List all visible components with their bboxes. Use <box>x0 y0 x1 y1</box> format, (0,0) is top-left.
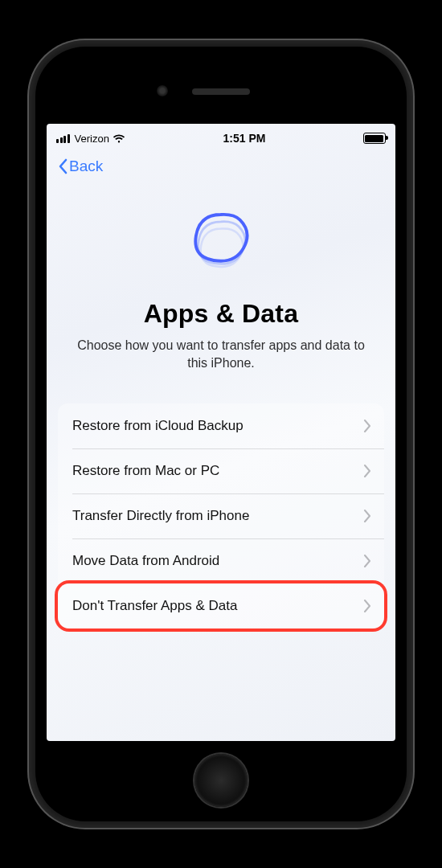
status-left: Verizon <box>56 133 125 145</box>
screen: Verizon 1:51 PM Back <box>47 124 395 741</box>
option-restore-mac-pc[interactable]: Restore from Mac or PC <box>58 448 384 493</box>
status-time: 1:51 PM <box>223 132 265 145</box>
phone-frame: Verizon 1:51 PM Back <box>29 40 413 828</box>
page-title: Apps & Data <box>144 299 298 329</box>
cellular-signal-icon <box>56 134 70 143</box>
page-subtitle: Choose how you want to transfer apps and… <box>71 337 371 371</box>
hero-section: Apps & Data Choose how you want to trans… <box>47 183 395 371</box>
front-camera <box>157 85 168 96</box>
option-label: Don't Transfer Apps & Data <box>72 598 237 614</box>
carrier-label: Verizon <box>75 133 109 145</box>
option-transfer-iphone[interactable]: Transfer Directly from iPhone <box>58 493 384 538</box>
option-label: Transfer Directly from iPhone <box>72 508 249 524</box>
phone-bezel: Verizon 1:51 PM Back <box>35 47 407 821</box>
option-restore-icloud[interactable]: Restore from iCloud Backup <box>58 403 384 448</box>
back-button[interactable]: Back <box>53 157 108 176</box>
home-button[interactable] <box>194 754 248 807</box>
option-label: Move Data from Android <box>72 553 219 569</box>
chevron-right-icon <box>363 600 371 612</box>
status-right <box>363 133 386 144</box>
option-label: Restore from Mac or PC <box>72 463 219 479</box>
nav-bar: Back <box>47 149 395 183</box>
chevron-right-icon <box>363 465 371 477</box>
apps-data-icon <box>181 203 261 283</box>
chevron-left-icon <box>58 158 68 174</box>
earpiece-speaker <box>192 88 250 95</box>
status-bar: Verizon 1:51 PM <box>47 124 395 149</box>
back-label: Back <box>69 158 103 175</box>
chevron-right-icon <box>363 555 371 567</box>
chevron-right-icon <box>363 420 371 432</box>
option-dont-transfer[interactable]: Don't Transfer Apps & Data <box>58 583 384 628</box>
chevron-right-icon <box>363 510 371 522</box>
options-list: Restore from iCloud Backup Restore from … <box>58 403 384 628</box>
option-label: Restore from iCloud Backup <box>72 418 244 434</box>
battery-icon <box>363 133 386 144</box>
option-move-android[interactable]: Move Data from Android <box>58 538 384 583</box>
wifi-icon <box>113 133 125 143</box>
